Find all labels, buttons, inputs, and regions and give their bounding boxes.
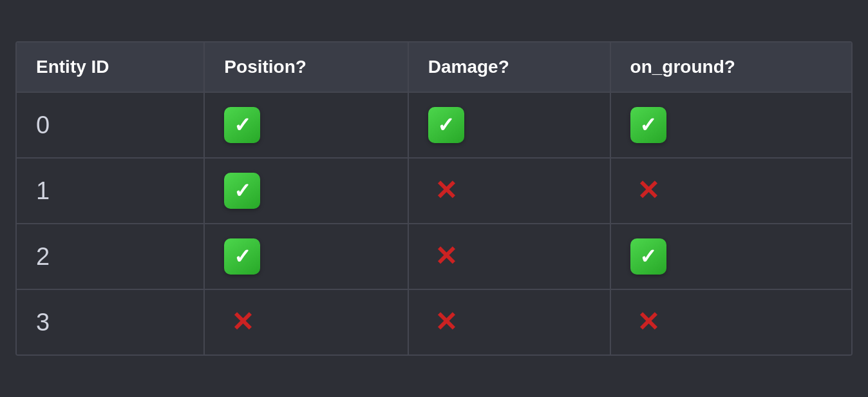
position-icon-1: ✓ bbox=[224, 173, 260, 209]
cell-damage-2: ✕ bbox=[408, 224, 610, 289]
cell-damage-1: ✕ bbox=[408, 158, 610, 224]
cell-entity-id-1: 1 bbox=[17, 158, 204, 224]
on-ground-icon-2: ✓ bbox=[630, 238, 666, 275]
entity-id-value-2: 2 bbox=[36, 243, 50, 270]
on-ground-icon-1: ✕ bbox=[630, 173, 666, 209]
cell-position-2: ✓ bbox=[204, 224, 408, 289]
cell-on-ground-1: ✕ bbox=[610, 158, 851, 224]
table-row: 2✓✕✓ bbox=[17, 224, 851, 289]
damage-icon-0: ✓ bbox=[428, 107, 464, 143]
on-ground-icon-0: ✓ bbox=[630, 107, 666, 143]
position-icon-2: ✓ bbox=[224, 238, 260, 275]
cell-position-1: ✓ bbox=[204, 158, 408, 224]
entity-table: Entity ID Position? Damage? on_ground? 0… bbox=[17, 43, 851, 354]
damage-icon-2: ✕ bbox=[428, 238, 464, 275]
on-ground-icon-3: ✕ bbox=[630, 304, 666, 340]
position-icon-0: ✓ bbox=[224, 107, 260, 143]
cell-entity-id-0: 0 bbox=[17, 92, 204, 158]
damage-icon-3: ✕ bbox=[428, 304, 464, 340]
cell-on-ground-2: ✓ bbox=[610, 224, 851, 289]
col-header-entity-id: Entity ID bbox=[17, 43, 204, 92]
table-row: 0✓✓✓ bbox=[17, 92, 851, 158]
cell-on-ground-0: ✓ bbox=[610, 92, 851, 158]
damage-icon-1: ✕ bbox=[428, 173, 464, 209]
entity-table-container: Entity ID Position? Damage? on_ground? 0… bbox=[15, 41, 853, 356]
cell-entity-id-2: 2 bbox=[17, 224, 204, 289]
cell-damage-0: ✓ bbox=[408, 92, 610, 158]
entity-id-value-1: 1 bbox=[36, 177, 50, 204]
table-row: 1✓✕✕ bbox=[17, 158, 851, 224]
entity-id-value-0: 0 bbox=[36, 111, 50, 139]
table-header-row: Entity ID Position? Damage? on_ground? bbox=[17, 43, 851, 92]
col-header-position: Position? bbox=[204, 43, 408, 92]
cell-on-ground-3: ✕ bbox=[610, 289, 851, 354]
cell-position-3: ✕ bbox=[204, 289, 408, 354]
cell-damage-3: ✕ bbox=[408, 289, 610, 354]
table-row: 3✕✕✕ bbox=[17, 289, 851, 354]
col-header-on-ground: on_ground? bbox=[610, 43, 851, 92]
position-icon-3: ✕ bbox=[224, 304, 260, 340]
cell-entity-id-3: 3 bbox=[17, 289, 204, 354]
entity-id-value-3: 3 bbox=[36, 309, 50, 336]
cell-position-0: ✓ bbox=[204, 92, 408, 158]
col-header-damage: Damage? bbox=[408, 43, 610, 92]
